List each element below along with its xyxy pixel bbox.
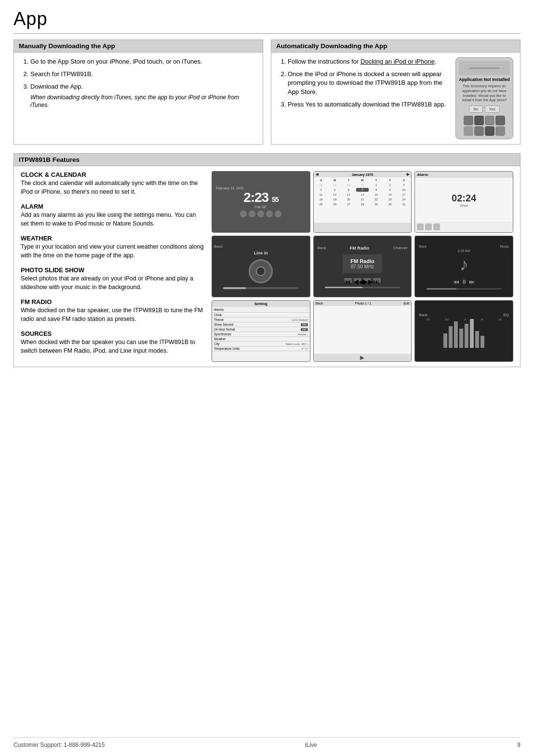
eq-header: Back EQ <box>417 313 511 317</box>
app-icon-5 <box>464 126 473 136</box>
calendar-prev-icon: ◀ <box>316 172 318 176</box>
fmradio-back-label: Back <box>318 246 326 251</box>
feature-sources-desc: When docked with the bar speaker you can… <box>21 338 204 355</box>
photo-play-icon[interactable]: ▶ <box>360 354 364 361</box>
settings-row-clock: Clock <box>212 313 310 318</box>
fmradio-channel-label: Channel <box>393 246 408 251</box>
music-next-icon[interactable]: ⏭ <box>469 279 475 285</box>
music-header: Back Music <box>417 244 511 249</box>
auto-step-3: Press Yes to automatically download the … <box>288 100 451 109</box>
calendar-week-4: 25 26 27 28 29 30 31 <box>315 202 411 206</box>
photo-count: Photo 1 / 1 <box>355 302 372 305</box>
clock-icon-3 <box>257 211 264 217</box>
manual-steps-list: Go to the App Store on your iPhone, iPod… <box>21 57 256 109</box>
alarm-nav-icon-3 <box>433 224 440 230</box>
music-prev-icon[interactable]: ⏮ <box>454 279 459 285</box>
clock-seconds: 55 <box>272 196 279 203</box>
clock-date: February 13, 1970 <box>214 186 243 190</box>
fmradio-controls: ⏮ ◀◀ ▶▶ ⏭ <box>344 278 381 283</box>
fmradio-back-icon[interactable]: ◀◀ <box>354 278 361 283</box>
dialog-buttons: No Yes <box>469 106 499 113</box>
manual-step-2: Search for ITPW891B. <box>30 70 256 79</box>
eq-bar-6[interactable] <box>470 319 474 348</box>
feature-fmradio-title: FM RADIO <box>21 298 204 305</box>
music-slider[interactable] <box>427 288 502 290</box>
app-icon-1 <box>464 116 473 125</box>
app-icon-2 <box>474 116 484 125</box>
fmradio-display: FM Radio 87.50 MHz <box>343 254 382 273</box>
calendar-footer-bar <box>314 223 412 232</box>
alarm-nav-row <box>415 222 513 232</box>
dialog-body: This accessory requires an application y… <box>459 84 510 103</box>
clock-time: 2:23 55 <box>243 190 278 205</box>
auto-section-header: Automatically Downloading the App <box>271 40 520 53</box>
linein-slider[interactable] <box>223 287 298 289</box>
eq-bar-2[interactable] <box>449 326 453 348</box>
dialog-no-button[interactable]: No <box>469 106 482 113</box>
settings-row-tempunits: Temperature Units °F °C <box>212 346 310 351</box>
manual-step-1: Go to the App Store on your iPhone, iPod… <box>30 57 256 66</box>
eq-bar-1[interactable] <box>443 333 447 348</box>
fmradio-slider[interactable] <box>325 287 400 288</box>
calendar-week-3: 18 19 20 21 22 23 24 <box>315 198 411 201</box>
feature-weather-desc: Type in your location and view your curr… <box>21 243 204 260</box>
music-time: 2:25 AM <box>458 249 470 252</box>
app-icon-8 <box>495 126 505 136</box>
eq-bar-4[interactable] <box>459 329 463 348</box>
phone-mockup: Application Not Installed This accessory… <box>455 57 513 139</box>
settings-title: Setting <box>212 301 310 307</box>
settings-screen: Setting Alarms › Clock Theme LCD Default… <box>212 300 310 362</box>
feature-weather: WEATHER Type in your location and view y… <box>21 235 204 260</box>
alarm-content: 02:24 Once <box>448 178 480 222</box>
fmradio-play-icon[interactable]: ▶▶ <box>363 278 371 283</box>
settings-row-theme: Theme LCD Default <box>212 318 310 322</box>
app-icon-7 <box>485 126 494 136</box>
linein-slider-fill <box>223 287 246 289</box>
manual-note: When downloading directly from iTunes, s… <box>30 93 256 110</box>
linein-back-label: Back <box>214 244 223 249</box>
feature-fmradio-desc: While docked on the bar speaker, use the… <box>21 306 204 323</box>
eq-bar-3[interactable] <box>454 321 458 348</box>
features-section: ITPW891B Features CLOCK & CALENDAR The c… <box>13 153 521 367</box>
features-images-grid: February 13, 1970 2:23 55 Fair 28° <box>212 171 513 362</box>
feature-photo-title: PHOTO SLIDE SHOW <box>21 266 204 274</box>
settings-row-showsecond: Show Second ON <box>212 322 310 327</box>
title-divider <box>13 33 521 34</box>
settings-row-weather: Weather <box>212 337 310 342</box>
feature-clock-title: CLOCK & CALENDAR <box>21 171 204 178</box>
fmradio-prev-icon[interactable]: ⏮ <box>344 278 352 283</box>
dialog-yes-button[interactable]: Yes <box>485 106 500 113</box>
app-icons-grid <box>464 116 505 136</box>
clock-icon-1 <box>240 211 247 217</box>
photo-edit-label[interactable]: Edit <box>403 302 409 305</box>
clock-icon-4 <box>266 211 273 217</box>
photo-back-label: Back <box>316 302 323 305</box>
page-footer: Customer Support: 1-888-999-4215 iLive 9 <box>13 737 521 748</box>
music-controls: ⏮ ⏸ ⏭ <box>454 279 475 285</box>
docking-link[interactable]: Docking an iPod or iPhone <box>360 58 435 65</box>
eq-screen: Back EQ 100 500 1k 5k 10k <box>414 300 513 362</box>
calendar-week-0: 28 29 30 31 1 2 3 <box>315 183 411 187</box>
auto-step-2: Once the iPod or iPhone is docked a scre… <box>288 70 451 96</box>
features-text: CLOCK & CALENDAR The clock and calendar … <box>21 171 204 362</box>
calendar-month-label: January 1970 <box>352 173 373 176</box>
calendar-grid: S M T W T F S 28 29 30 31 <box>314 177 412 207</box>
dialog-title: Application Not Installed <box>459 77 510 82</box>
fmradio-next-icon[interactable]: ⏭ <box>373 278 381 283</box>
clock-icon-2 <box>249 211 255 217</box>
clock-weather: Fair 28° <box>255 205 267 209</box>
auto-section-content: Follow the instructions for Docking an i… <box>271 53 520 144</box>
alarm-nav-icon-2 <box>425 224 432 230</box>
music-pause-icon[interactable]: ⏸ <box>461 279 467 285</box>
eq-bars <box>441 321 486 350</box>
manual-step-3: Download the App. When downloading direc… <box>30 82 256 109</box>
eq-title: EQ <box>503 313 509 317</box>
eq-bar-5[interactable] <box>465 324 468 348</box>
feature-alarm-desc: Add as many alarms as you like using the… <box>21 211 204 228</box>
fmradio-header: Back FM Radio Channel <box>316 245 410 252</box>
eq-bar-8[interactable] <box>481 336 484 348</box>
calendar-header: ◀ January 1970 ▶ <box>314 172 412 177</box>
eq-bar-7[interactable] <box>475 331 479 348</box>
settings-row-city: City Saint Louis, MO › <box>212 342 310 346</box>
feature-fmradio: FM RADIO While docked on the bar speaker… <box>21 298 204 323</box>
